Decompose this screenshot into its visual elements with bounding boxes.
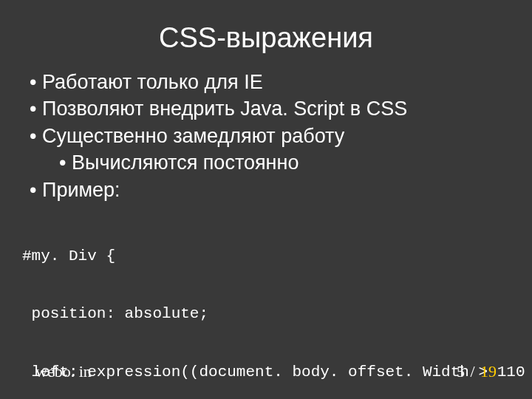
bullet-item: Позволяют внедрить Java. Script в CSS	[30, 95, 510, 122]
page-separator: /	[470, 362, 474, 381]
bullet-item: Работают только для IE	[30, 69, 510, 95]
page-number: 5 / 19	[457, 362, 497, 381]
slide-footer: webo. in 5 / 19	[0, 362, 532, 381]
page-current: 5	[457, 362, 465, 381]
slide-title: CSS-выражения	[22, 22, 510, 54]
code-line: position: absolute;	[22, 304, 510, 324]
slide: CSS-выражения Работают только для IE Поз…	[0, 0, 532, 399]
bullet-item: Существенно замедляют работу Вычисляются…	[30, 123, 510, 177]
sub-bullet-list: Вычисляются постоянно	[59, 149, 510, 176]
bullet-text: Существенно замедляют работу	[42, 125, 344, 147]
bullet-item: Пример:	[30, 177, 510, 203]
sub-bullet-item: Вычисляются постоянно	[59, 149, 510, 176]
page-total: 19	[480, 362, 497, 381]
code-line: #my. Div {	[22, 247, 510, 266]
bullet-list: Работают только для IE Позволяют внедрит…	[30, 69, 510, 203]
footer-site: webo. in	[35, 362, 92, 381]
